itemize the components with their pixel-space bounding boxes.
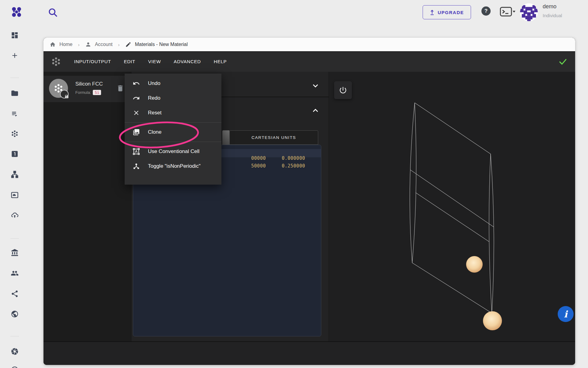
redo-icon xyxy=(133,94,140,102)
menu-item-use-conventional-cell[interactable]: Use Conventional Cell xyxy=(125,144,221,159)
device-hub-icon xyxy=(133,163,140,170)
account-icon xyxy=(85,41,91,48)
menu-item-undo[interactable]: Undo xyxy=(125,76,221,91)
cloud-upload-icon[interactable] xyxy=(11,211,19,219)
user-name[interactable]: demo xyxy=(543,3,556,10)
home-icon xyxy=(50,41,56,48)
wheel-icon[interactable] xyxy=(11,347,19,355)
terminal-menu-icon[interactable] xyxy=(500,7,516,17)
menu-item-reset[interactable]: Reset xyxy=(125,105,221,120)
menu-view[interactable]: VIEW xyxy=(148,59,161,64)
material-name: Silicon FCC xyxy=(75,81,103,87)
code-line: 500000.250000 xyxy=(222,158,305,174)
material-avatar xyxy=(49,79,68,98)
menu-item-redo[interactable]: Redo xyxy=(125,91,221,105)
menu-item-label: Use Conventional Cell xyxy=(148,148,199,155)
atom-si-2 xyxy=(483,311,502,330)
chevron-down-icon[interactable] xyxy=(311,82,319,90)
share-icon[interactable] xyxy=(11,290,19,298)
tab-crystal-units-partial[interactable] xyxy=(222,130,229,145)
rail-divider xyxy=(10,78,19,78)
info-glyph: i xyxy=(564,309,567,320)
workflows-icon[interactable] xyxy=(11,171,19,178)
projects-folder-icon[interactable] xyxy=(11,89,19,97)
app-logo-icon[interactable] xyxy=(11,6,22,18)
menu-divider xyxy=(125,122,221,123)
tab-cartesian-units[interactable]: CARTESIAN UNITS xyxy=(229,130,318,145)
close-x-icon xyxy=(133,109,140,117)
structure-3d-viewer[interactable]: i xyxy=(329,72,575,341)
menu-item-label: Clone xyxy=(148,129,161,135)
breadcrumb-home[interactable]: Home xyxy=(59,42,73,47)
rail-divider xyxy=(10,238,19,239)
undo-icon xyxy=(133,80,140,87)
material-list-pane: Silicon FCC Formula: Si xyxy=(43,72,131,341)
menu-advanced[interactable]: ADVANCED xyxy=(174,59,201,64)
atom-si-1 xyxy=(466,256,483,273)
power-icon xyxy=(339,86,347,94)
crystal-wireframe xyxy=(329,72,575,341)
clone-library-icon xyxy=(133,128,140,136)
menu-item-toggle-non-periodic[interactable]: Toggle "isNonPeriodic" xyxy=(125,159,221,174)
entity-one-icon[interactable] xyxy=(11,150,19,158)
viewer-cluster-icon xyxy=(51,56,61,67)
breadcrumb-separator: › xyxy=(116,42,122,47)
saved-check-icon xyxy=(559,57,567,66)
menu-item-label: Toggle "isNonPeriodic" xyxy=(148,163,201,169)
user-plan: Individual xyxy=(543,13,562,18)
breadcrumb-current: Materials - New Material xyxy=(135,42,188,47)
upgrade-label: UPGRADE xyxy=(438,10,464,15)
user-avatar[interactable] xyxy=(520,3,538,21)
material-formula-row: Formula: Si xyxy=(75,90,101,95)
chevron-up-icon[interactable] xyxy=(311,106,319,114)
breadcrumb-account[interactable]: Account xyxy=(95,42,113,47)
breadcrumb: Home › Account › Materials - New Materia… xyxy=(43,38,575,51)
rail-divider xyxy=(10,336,19,336)
help-icon[interactable]: ? xyxy=(481,6,491,16)
content-row: Silicon FCC Formula: Si 000000.000000 xyxy=(43,72,575,341)
editor-menubar: INPUT/OUTPUT EDIT VIEW ADVANCED HELP xyxy=(43,51,575,72)
menu-edit[interactable]: EDIT xyxy=(124,59,135,64)
edit-pencil-icon xyxy=(125,41,131,48)
menu-input-output[interactable]: INPUT/OUTPUT xyxy=(74,59,111,64)
upgrade-button[interactable]: UPGRADE xyxy=(423,5,471,19)
formula-chip: Si xyxy=(93,90,101,95)
menu-item-label: Undo xyxy=(148,80,160,86)
jobs-list-icon[interactable] xyxy=(11,110,19,118)
menu-help[interactable]: HELP xyxy=(214,59,227,64)
bottom-toolbar-strip xyxy=(43,341,575,365)
create-new-icon[interactable] xyxy=(11,52,19,59)
organization-bank-icon[interactable] xyxy=(11,249,19,257)
format-shapes-icon xyxy=(133,148,140,155)
formula-label: Formula: xyxy=(75,90,91,95)
power-toggle-button[interactable] xyxy=(334,81,352,99)
menu-item-label: Redo xyxy=(148,95,160,101)
top-app-bar: UPGRADE ? demo Individual xyxy=(0,0,588,25)
menu-item-clone[interactable]: Clone xyxy=(125,125,221,140)
materials-cluster-icon[interactable] xyxy=(11,130,19,138)
material-list-item[interactable]: Silicon FCC Formula: Si xyxy=(43,76,131,102)
saved-badge-icon xyxy=(60,90,69,98)
search-icon[interactable] xyxy=(48,7,58,18)
menu-divider xyxy=(125,142,221,142)
partial-bottom-icon[interactable] xyxy=(11,366,19,368)
tab-cartesian-label: CARTESIAN UNITS xyxy=(251,135,296,140)
globe-icon[interactable] xyxy=(11,310,19,318)
media-frame-icon[interactable] xyxy=(11,191,19,199)
menu-item-label: Reset xyxy=(148,110,161,116)
info-button[interactable]: i xyxy=(558,306,574,322)
delete-material-icon[interactable] xyxy=(116,84,124,92)
upload-icon xyxy=(430,10,435,15)
dashboard-icon[interactable] xyxy=(11,31,19,39)
edit-dropdown-menu: Undo Redo Reset Clone Use Conventional C… xyxy=(125,74,221,185)
breadcrumb-separator: › xyxy=(76,42,81,47)
main-card: Home › Account › Materials - New Materia… xyxy=(43,38,575,365)
team-people-icon[interactable] xyxy=(11,269,19,277)
